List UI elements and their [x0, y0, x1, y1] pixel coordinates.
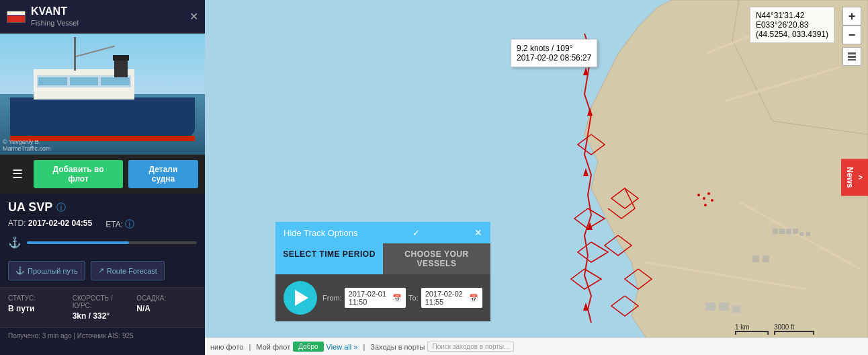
vessel-name-block: KVANT Fishing Vessel [31, 5, 79, 28]
hide-track-options-label: Hide Track Options [284, 228, 358, 238]
vessel-header: KVANT Fishing Vessel ✕ [0, 0, 205, 34]
speed-label: Скорость / Курс: [73, 294, 133, 309]
vessel-type: Fishing Vessel [31, 19, 79, 27]
from-label: From: [322, 294, 342, 302]
track-options-panel: Hide Track Options ✓ ✕ SELECT TIME PERIO… [275, 222, 490, 321]
svg-rect-10 [799, 232, 804, 236]
tab-select-time-period[interactable]: SELECT TIME PERIOD [275, 243, 383, 274]
svg-point-23 [703, 197, 705, 200]
stat-draft: Осадка: N/A [136, 294, 197, 321]
view-all-link[interactable]: View all » [327, 343, 358, 351]
port-search-input[interactable]: Поиск заходов в порты... [427, 342, 514, 352]
eta-info-icon[interactable]: ⓘ [125, 219, 134, 229]
atd-eta-row: ATD: 2017-02-02 04:55 ETA: ⓘ [8, 219, 197, 231]
track-buttons: ⚓ Прошлый путь ↗ Route Forecast [0, 261, 205, 287]
from-date-input[interactable]: 2017-02-01 11:50 📅 [345, 288, 406, 308]
close-track-options-button[interactable]: ✕ [474, 227, 482, 238]
svg-rect-6 [773, 229, 778, 234]
my-fleet-label: Мой флот [256, 343, 290, 351]
speed-value: 3kn / 332° [73, 311, 110, 321]
coordinates-display: N44°31'31.42 E033°26'20.83 (44.5254, 033… [750, 7, 834, 43]
svg-marker-0 [584, 0, 868, 355]
bottom-bar: нию фото | Мой флот Добро View all » | З… [205, 338, 868, 355]
track-options-body: From: 2017-02-01 11:50 📅 To: 2017-02-02 … [275, 274, 490, 321]
to-label: To: [408, 294, 419, 302]
vessel-details-button[interactable]: Детали судна [128, 160, 198, 188]
vessel-stats: Статус: В пути Скорость / Курс: 3kn / 33… [0, 287, 205, 327]
route-forecast-button[interactable]: ↗ Route Forecast [91, 261, 165, 280]
svg-rect-14 [705, 303, 715, 311]
eta-label: ETA: ⓘ [105, 219, 134, 231]
svg-line-3 [726, 67, 840, 101]
info-icon[interactable]: ⓘ [56, 202, 66, 214]
vessel-footer: Получено: 3 min ago | Источник AIS: 925 [0, 327, 205, 344]
chevron-up-icon: ^ [855, 175, 864, 180]
speed-tooltip: 9.2 knots / 109° 2017-02-02 08:56:27 [511, 39, 597, 67]
news-button[interactable]: ^ News [841, 159, 868, 196]
tab-choose-vessels[interactable]: CHOOSE YOUR VESSELS [383, 243, 490, 274]
atd-label: ATD: 2017-02-02 04:55 [8, 219, 92, 231]
zoom-controls: + − [842, 7, 861, 66]
svg-marker-18 [587, 108, 593, 116]
port-entry-label: Заходы в порты [370, 343, 425, 351]
add-to-fleet-button[interactable]: Добавить во флот [34, 160, 123, 188]
map-layers-button[interactable] [842, 47, 861, 66]
zoom-out-button[interactable]: − [842, 26, 861, 44]
svg-rect-9 [793, 229, 798, 234]
scale-km-label: 1 km [735, 323, 769, 331]
to-date-value: 2017-02-02 11:55 [425, 290, 466, 306]
svg-line-5 [645, 262, 806, 289]
svg-rect-28 [848, 56, 856, 58]
from-date-value: 2017-02-01 11:50 [349, 290, 390, 306]
svg-rect-27 [848, 52, 856, 54]
vessel-info: UA SVP ⓘ ATD: 2017-02-02 04:55 ETA: ⓘ ⚓ [0, 194, 205, 261]
svg-point-22 [697, 194, 700, 196]
anchor-icon: ⚓ [15, 266, 25, 275]
vessel-actions: ☰ Добавить во флот Детали судна [0, 155, 205, 194]
svg-marker-21 [583, 303, 589, 311]
svg-marker-20 [587, 222, 593, 230]
calendar-from-icon[interactable]: 📅 [392, 294, 402, 303]
hamburger-menu-button[interactable]: ☰ [7, 164, 28, 184]
svg-rect-11 [806, 232, 810, 236]
date-range: From: 2017-02-01 11:50 📅 To: 2017-02-02 … [322, 288, 482, 308]
svg-rect-12 [752, 255, 759, 262]
stat-speed: Скорость / Курс: 3kn / 332° [73, 294, 133, 321]
route-icon: ↗ [98, 266, 104, 275]
play-button[interactable] [284, 281, 317, 315]
draft-label: Осадка: [136, 294, 197, 302]
svg-point-24 [707, 192, 710, 195]
scale-bar: 1 km 3000 ft [735, 323, 814, 335]
progress-row: ⚓ [8, 236, 197, 249]
track-options-header: Hide Track Options ✓ ✕ [275, 222, 490, 243]
photo-section-label: нию фото [210, 343, 243, 351]
scale-ft-label: 3000 ft [774, 323, 814, 331]
progress-bar [27, 241, 197, 244]
sidebar-close-button[interactable]: ✕ [189, 10, 198, 23]
svg-rect-15 [719, 303, 729, 311]
flag-icon [7, 11, 26, 23]
my-fleet-add-button[interactable]: Добро [293, 342, 323, 352]
status-value: В пути [8, 304, 34, 313]
calendar-to-icon[interactable]: 📅 [469, 294, 478, 303]
svg-line-4 [739, 202, 860, 269]
svg-marker-17 [583, 67, 589, 75]
svg-rect-16 [732, 306, 740, 313]
history-track-button[interactable]: ⚓ Прошлый путь [8, 261, 85, 280]
svg-rect-13 [763, 255, 769, 262]
svg-rect-7 [779, 229, 785, 234]
image-credit: © Yevgeniy B.MarineTraffic.com [3, 139, 51, 152]
vessel-header-left: KVANT Fishing Vessel [7, 5, 79, 28]
zoom-in-button[interactable]: + [842, 7, 861, 26]
callsign-row: UA SVP ⓘ [8, 200, 197, 214]
stat-status: Статус: В пути [8, 294, 69, 321]
svg-point-25 [711, 199, 713, 202]
ship-progress-icon: ⚓ [8, 236, 21, 249]
status-label: Статус: [8, 294, 69, 302]
checkmark-icon: ✓ [413, 228, 420, 238]
svg-rect-29 [848, 59, 856, 61]
vessel-name: KVANT [31, 5, 79, 17]
to-date-input[interactable]: 2017-02-02 11:55 📅 [421, 288, 482, 308]
footer-text: Получено: 3 min ago | Источник AIS: 925 [8, 332, 134, 340]
sidebar: KVANT Fishing Vessel ✕ [0, 0, 205, 355]
